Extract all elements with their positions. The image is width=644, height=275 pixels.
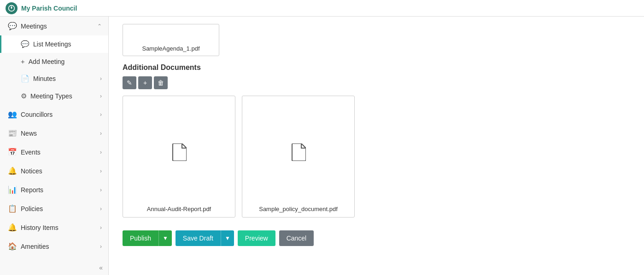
doc-file-icon-0	[172, 143, 187, 165]
sidebar-councillors-label: Councillors	[21, 111, 100, 118]
sidebar-news-label: News	[21, 130, 100, 137]
events-chevron: ›	[100, 149, 102, 155]
councillors-icon: 👥	[8, 110, 17, 119]
sidebar-minutes-label: Minutes	[33, 75, 56, 82]
sidebar-item-history-items[interactable]: 🔔 History Items ›	[0, 218, 108, 237]
sidebar-item-news[interactable]: 📰 News ›	[0, 124, 108, 143]
collapse-icon: «	[99, 264, 103, 271]
sidebar-add-meeting-label: Add Meeting	[29, 58, 65, 65]
agenda-card[interactable]: SampleAgenda_1.pdf	[123, 24, 219, 56]
sidebar-reports-label: Reports	[21, 186, 100, 194]
sidebar-amenities-label: Amenities	[21, 243, 100, 250]
minutes-icon: 📄	[21, 74, 29, 83]
save-draft-button[interactable]: Save Draft	[176, 230, 221, 246]
sidebar-item-add-meeting[interactable]: + Add Meeting	[0, 53, 108, 70]
doc-card-1[interactable]: Sample_policy_document.pdf	[242, 96, 355, 218]
edit-icon: ✎	[127, 79, 132, 86]
sidebar-item-minutes[interactable]: 📄 Minutes ›	[0, 70, 108, 87]
sidebar-item-notices[interactable]: 🔔 Notices ›	[0, 161, 108, 180]
cancel-button[interactable]: Cancel	[279, 230, 314, 246]
sidebar-policies-label: Policies	[21, 205, 100, 212]
publish-btn-group: Publish ▼	[123, 230, 172, 246]
doc-cards-container: Annual-Audit-Report.pdf Sample_policy_do…	[123, 96, 630, 218]
policies-icon: 📋	[8, 204, 17, 213]
meeting-types-chevron: ›	[100, 93, 102, 99]
news-icon: 📰	[8, 129, 17, 138]
app-title: My Parish Council	[21, 5, 77, 12]
sidebar-meeting-types-label: Meeting Types	[30, 92, 72, 100]
add-doc-button[interactable]: +	[138, 76, 152, 89]
history-items-icon: 🔔	[8, 223, 17, 232]
doc-card-name-1: Sample_policy_document.pdf	[242, 206, 354, 212]
doc-toolbar: ✎ + 🗑	[123, 76, 630, 89]
agenda-file-name: SampleAgenda_1.pdf	[142, 45, 199, 52]
sidebar-item-meetings[interactable]: 💬 Meetings ⌃	[0, 17, 108, 35]
main-content: SampleAgenda_1.pdf Additional Documents …	[109, 17, 644, 275]
save-draft-dropdown-button[interactable]: ▼	[221, 230, 234, 246]
sidebar-collapse-button[interactable]: «	[0, 260, 108, 275]
doc-card-0[interactable]: Annual-Audit-Report.pdf	[123, 96, 235, 218]
doc-card-name-0: Annual-Audit-Report.pdf	[123, 206, 235, 212]
sidebar-item-amenities[interactable]: 🏠 Amenities ›	[0, 237, 108, 256]
doc-file-icon-1	[291, 143, 306, 165]
top-bar: My Parish Council	[0, 0, 644, 17]
notices-chevron: ›	[100, 168, 102, 174]
sidebar-notices-label: Notices	[21, 167, 100, 175]
sidebar-item-list-meetings[interactable]: 💬 List Meetings	[0, 35, 108, 53]
notices-icon: 🔔	[8, 166, 17, 175]
add-icon: +	[143, 79, 147, 86]
publish-dropdown-button[interactable]: ▼	[158, 230, 172, 246]
reports-chevron: ›	[100, 187, 102, 193]
meetings-icon: 💬	[8, 22, 17, 30]
events-icon: 📅	[8, 148, 17, 156]
edit-doc-button[interactable]: ✎	[123, 76, 136, 89]
preview-button[interactable]: Preview	[238, 230, 275, 246]
sidebar-history-items-label: History Items	[21, 224, 100, 231]
additional-docs-title: Additional Documents	[123, 63, 630, 72]
logo	[6, 2, 18, 14]
delete-doc-button[interactable]: 🗑	[154, 76, 168, 89]
policies-chevron: ›	[100, 206, 102, 212]
sidebar-meetings-label: Meetings	[21, 23, 97, 30]
publish-button[interactable]: Publish	[123, 230, 158, 246]
save-draft-btn-group: Save Draft ▼	[176, 230, 234, 246]
layout: 💬 Meetings ⌃ 💬 List Meetings + Add Meeti…	[0, 17, 644, 275]
history-items-chevron: ›	[100, 224, 102, 231]
news-chevron: ›	[100, 130, 102, 137]
sidebar-item-meeting-types[interactable]: ⚙ Meeting Types ›	[0, 87, 108, 105]
meetings-chevron: ⌃	[97, 23, 102, 29]
list-meetings-icon: 💬	[21, 40, 29, 48]
sidebar-item-reports[interactable]: 📊 Reports ›	[0, 180, 108, 199]
councillors-chevron: ›	[100, 111, 102, 118]
minutes-chevron: ›	[100, 75, 102, 82]
add-meeting-icon: +	[21, 57, 25, 65]
sidebar: 💬 Meetings ⌃ 💬 List Meetings + Add Meeti…	[0, 17, 109, 275]
delete-icon: 🗑	[158, 79, 164, 86]
action-bar: Publish ▼ Save Draft ▼ Preview Cancel	[123, 230, 630, 246]
sidebar-list-meetings-label: List Meetings	[33, 40, 71, 48]
sidebar-item-policies[interactable]: 📋 Policies ›	[0, 199, 108, 218]
meeting-types-icon: ⚙	[21, 92, 27, 100]
amenities-icon: 🏠	[8, 242, 17, 251]
amenities-chevron: ›	[100, 243, 102, 250]
reports-icon: 📊	[8, 185, 17, 194]
sidebar-item-councillors[interactable]: 👥 Councillors ›	[0, 105, 108, 124]
sidebar-events-label: Events	[21, 149, 100, 156]
sidebar-item-events[interactable]: 📅 Events ›	[0, 143, 108, 161]
